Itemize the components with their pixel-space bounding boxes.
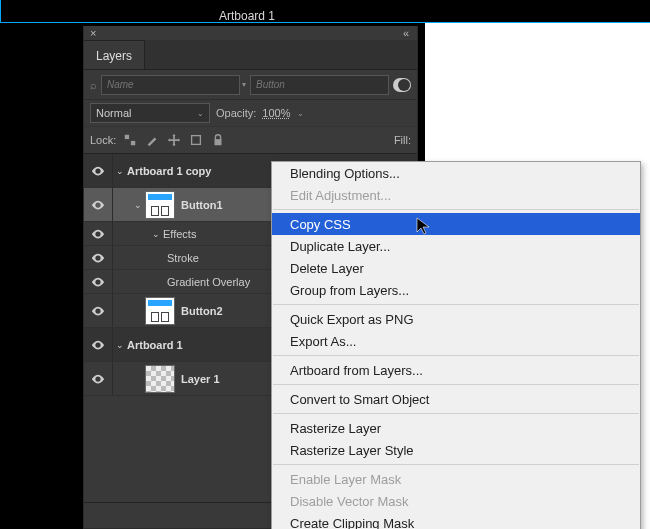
effect-name[interactable]: Stroke bbox=[167, 252, 199, 264]
menu-item: Enable Layer Mask bbox=[272, 468, 640, 490]
menu-item[interactable]: Rasterize Layer Style bbox=[272, 439, 640, 461]
lock-all-icon[interactable] bbox=[210, 132, 226, 148]
menu-item[interactable]: Quick Export as PNG bbox=[272, 308, 640, 330]
menu-item[interactable]: Copy CSS bbox=[272, 213, 640, 235]
svg-rect-1 bbox=[131, 141, 135, 145]
opacity-label: Opacity: bbox=[216, 107, 256, 119]
lock-artboard-icon[interactable] bbox=[188, 132, 204, 148]
layer-name[interactable]: Artboard 1 copy bbox=[127, 165, 211, 177]
layer-thumbnail[interactable] bbox=[145, 365, 175, 393]
lock-transparency-icon[interactable] bbox=[122, 132, 138, 148]
collapse-icon[interactable]: « bbox=[403, 27, 409, 39]
visibility-toggle[interactable] bbox=[84, 229, 112, 239]
close-icon[interactable]: × bbox=[90, 27, 96, 39]
opacity-value[interactable]: 100% bbox=[262, 107, 290, 119]
chevron-down-icon[interactable]: ⌄ bbox=[113, 166, 127, 176]
search-icon: ⌕ bbox=[90, 79, 97, 91]
lock-move-icon[interactable] bbox=[166, 132, 182, 148]
menu-separator bbox=[273, 413, 639, 414]
blend-mode-select[interactable]: Normal ⌄ bbox=[90, 103, 210, 123]
menu-separator bbox=[273, 209, 639, 210]
cursor-icon bbox=[416, 217, 432, 239]
chevron-down-icon: ⌄ bbox=[197, 109, 204, 118]
fill-label: Fill: bbox=[394, 134, 411, 146]
menu-item[interactable]: Rasterize Layer bbox=[272, 417, 640, 439]
filter-text-input[interactable] bbox=[250, 75, 389, 95]
layer-thumbnail[interactable] bbox=[145, 191, 175, 219]
layer-name[interactable]: Artboard 1 bbox=[127, 339, 183, 351]
menu-separator bbox=[273, 355, 639, 356]
menu-separator bbox=[273, 304, 639, 305]
layer-name[interactable]: Button1 bbox=[181, 199, 223, 211]
menu-item[interactable]: Create Clipping Mask bbox=[272, 512, 640, 529]
effects-label[interactable]: Effects bbox=[163, 228, 196, 240]
menu-item: Disable Vector Mask bbox=[272, 490, 640, 512]
visibility-toggle[interactable] bbox=[84, 277, 112, 287]
vertical-guide bbox=[0, 0, 1, 22]
menu-item[interactable]: Duplicate Layer... bbox=[272, 235, 640, 257]
menu-item[interactable]: Delete Layer bbox=[272, 257, 640, 279]
context-menu: Blending Options...Edit Adjustment...Cop… bbox=[271, 161, 641, 529]
filter-toggle[interactable] bbox=[393, 78, 411, 92]
menu-item[interactable]: Convert to Smart Object bbox=[272, 388, 640, 410]
tab-layers[interactable]: Layers bbox=[84, 40, 145, 69]
chevron-down-icon[interactable]: ⌄ bbox=[113, 340, 127, 350]
horizontal-guide bbox=[0, 22, 650, 23]
menu-item: Edit Adjustment... bbox=[272, 184, 640, 206]
menu-separator bbox=[273, 384, 639, 385]
visibility-toggle[interactable] bbox=[84, 374, 112, 384]
visibility-toggle[interactable] bbox=[84, 166, 112, 176]
lock-label: Lock: bbox=[90, 134, 116, 146]
chevron-down-icon[interactable]: ▾ bbox=[242, 80, 246, 89]
blend-mode-value: Normal bbox=[96, 107, 131, 119]
visibility-toggle[interactable] bbox=[84, 200, 112, 210]
menu-item[interactable]: Blending Options... bbox=[272, 162, 640, 184]
menu-item[interactable]: Export As... bbox=[272, 330, 640, 352]
layer-thumbnail[interactable] bbox=[145, 297, 175, 325]
menu-item[interactable]: Group from Layers... bbox=[272, 279, 640, 301]
chevron-down-icon[interactable]: ⌄ bbox=[149, 229, 163, 239]
visibility-toggle[interactable] bbox=[84, 340, 112, 350]
menu-item[interactable]: Artboard from Layers... bbox=[272, 359, 640, 381]
menu-separator bbox=[273, 464, 639, 465]
svg-rect-2 bbox=[192, 136, 201, 145]
visibility-toggle[interactable] bbox=[84, 306, 112, 316]
canvas-title: Artboard 1 bbox=[219, 9, 275, 23]
lock-brush-icon[interactable] bbox=[144, 132, 160, 148]
effect-name[interactable]: Gradient Overlay bbox=[167, 276, 250, 288]
chevron-down-icon[interactable]: ⌄ bbox=[131, 200, 145, 210]
chevron-down-icon[interactable]: ⌄ bbox=[297, 109, 304, 118]
filter-name-input[interactable] bbox=[101, 75, 240, 95]
layer-name[interactable]: Layer 1 bbox=[181, 373, 220, 385]
svg-rect-3 bbox=[215, 139, 222, 145]
layer-name[interactable]: Button2 bbox=[181, 305, 223, 317]
visibility-toggle[interactable] bbox=[84, 253, 112, 263]
svg-rect-0 bbox=[125, 135, 129, 139]
